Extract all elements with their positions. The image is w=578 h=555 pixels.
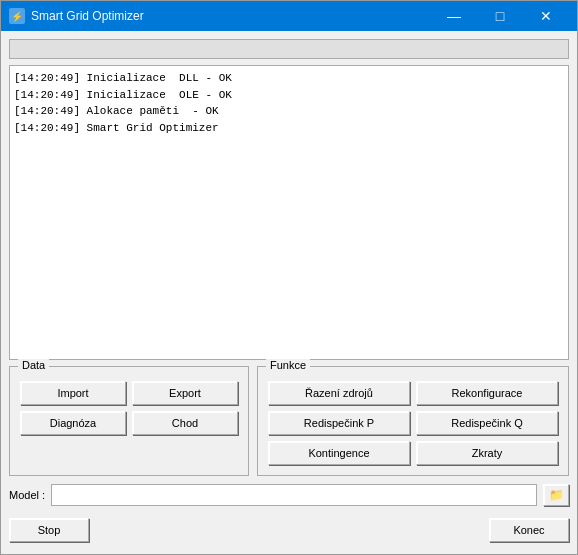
chod-button[interactable]: Chod [132, 411, 238, 435]
close-button[interactable]: ✕ [523, 1, 569, 31]
razeni-zdroju-button[interactable]: Řazení zdrojů [268, 381, 410, 405]
log-line: [14:20:49] Inicializace OLE - OK [14, 87, 564, 104]
window-body: [14:20:49] Inicializace DLL - OK[14:20:4… [1, 31, 577, 554]
data-panel-legend: Data [18, 359, 49, 371]
model-input[interactable] [51, 484, 537, 506]
bottom-bar: Stop Konec [9, 514, 569, 546]
redispecink-p-button[interactable]: Redispečink P [268, 411, 410, 435]
log-line: [14:20:49] Smart Grid Optimizer [14, 120, 564, 137]
funkce-panel: Funkce Řazení zdrojů Rekonfigurace Redis… [257, 366, 569, 476]
data-buttons-grid: Import Export Diagnóza Chod [20, 381, 238, 435]
panels-row: Data Import Export Diagnóza Chod Funkce … [9, 366, 569, 476]
export-button[interactable]: Export [132, 381, 238, 405]
rekonfigurace-button[interactable]: Rekonfigurace [416, 381, 558, 405]
log-line: [14:20:49] Inicializace DLL - OK [14, 70, 564, 87]
funkce-panel-legend: Funkce [266, 359, 310, 371]
stop-button[interactable]: Stop [9, 518, 89, 542]
model-row: Model : 📁 [9, 482, 569, 508]
konec-button[interactable]: Konec [489, 518, 569, 542]
title-bar: ⚡ Smart Grid Optimizer — □ ✕ [1, 1, 577, 31]
kontingence-button[interactable]: Kontingence [268, 441, 410, 465]
model-label: Model : [9, 489, 45, 501]
log-area: [14:20:49] Inicializace DLL - OK[14:20:4… [9, 65, 569, 360]
bottom-bar-right: Konec [489, 518, 569, 542]
main-window: ⚡ Smart Grid Optimizer — □ ✕ [14:20:49] … [0, 0, 578, 555]
window-title: Smart Grid Optimizer [31, 9, 431, 23]
log-line: [14:20:49] Alokace paměti - OK [14, 103, 564, 120]
window-icon: ⚡ [9, 8, 25, 24]
progress-bar-container [9, 39, 569, 59]
diagnoza-button[interactable]: Diagnóza [20, 411, 126, 435]
redispecink-q-button[interactable]: Redispečink Q [416, 411, 558, 435]
model-browse-button[interactable]: 📁 [543, 484, 569, 506]
maximize-button[interactable]: □ [477, 1, 523, 31]
minimize-button[interactable]: — [431, 1, 477, 31]
data-panel: Data Import Export Diagnóza Chod [9, 366, 249, 476]
zkraty-button[interactable]: Zkraty [416, 441, 558, 465]
bottom-bar-left: Stop [9, 518, 89, 542]
import-button[interactable]: Import [20, 381, 126, 405]
window-controls: — □ ✕ [431, 1, 569, 31]
funkce-buttons-grid: Řazení zdrojů Rekonfigurace Redispečink … [268, 381, 558, 465]
